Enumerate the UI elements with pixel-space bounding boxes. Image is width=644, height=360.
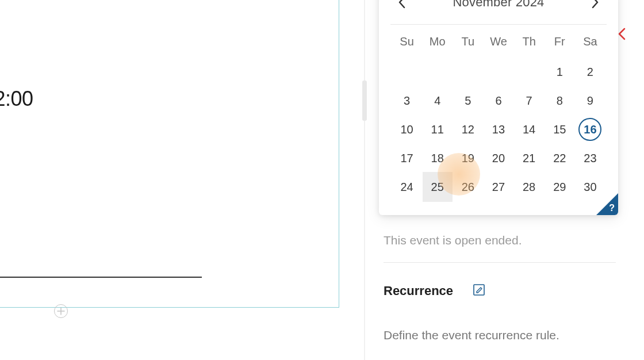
day-number: 15 xyxy=(553,123,566,136)
day-number: 11 xyxy=(431,123,444,136)
day-cell[interactable]: 23 xyxy=(575,144,605,173)
day-empty xyxy=(483,58,513,86)
day-number: 8 xyxy=(557,94,563,108)
recurrence-header: Recurrence xyxy=(384,284,620,298)
day-cell[interactable]: 5 xyxy=(453,86,483,115)
recurrence-description: Define the event recurrence rule. xyxy=(384,328,620,342)
month-year-label: November 2024 xyxy=(453,0,544,10)
day-cell[interactable]: 2 xyxy=(575,58,605,86)
text-underline xyxy=(0,277,202,278)
day-cell[interactable]: 3 xyxy=(392,86,422,115)
dow-label: Su xyxy=(392,30,422,58)
day-empty xyxy=(392,58,422,86)
day-cell[interactable]: 15 xyxy=(545,115,575,144)
day-cell[interactable]: 11 xyxy=(422,115,453,144)
dow-label: Th xyxy=(514,30,545,58)
day-cell[interactable]: 24 xyxy=(392,173,422,201)
day-number: 9 xyxy=(587,94,593,108)
day-cell[interactable]: 9 xyxy=(575,86,605,115)
edit-recurrence-button[interactable] xyxy=(473,284,485,298)
day-number: 23 xyxy=(584,152,596,165)
day-number: 30 xyxy=(584,181,596,194)
panel-divider xyxy=(364,0,365,360)
day-cell[interactable]: 20 xyxy=(483,144,513,173)
day-cell[interactable]: 12 xyxy=(453,115,483,144)
day-cell[interactable]: 27 xyxy=(483,173,513,201)
day-cell[interactable]: 8 xyxy=(545,86,575,115)
day-number: 22 xyxy=(553,152,566,165)
day-number: 4 xyxy=(434,94,440,108)
day-number: 29 xyxy=(553,181,566,194)
dow-label: Sa xyxy=(575,30,605,58)
svg-rect-0 xyxy=(474,285,484,295)
day-number: 12 xyxy=(462,123,474,136)
chevron-left-icon xyxy=(398,0,406,9)
day-cell[interactable]: 14 xyxy=(514,115,545,144)
recurrence-label: Recurrence xyxy=(384,284,453,298)
day-number: 13 xyxy=(492,123,505,136)
content-editor-panel: t 12:00 xyxy=(0,0,339,308)
day-empty xyxy=(422,58,453,86)
dow-label: Mo xyxy=(422,30,453,58)
next-month-button[interactable] xyxy=(587,0,603,10)
day-cell[interactable]: 26 xyxy=(453,173,483,201)
day-number: 10 xyxy=(400,123,413,136)
day-cell[interactable]: 29 xyxy=(545,173,575,201)
day-number: 7 xyxy=(526,94,532,108)
date-picker-header: November 2024 xyxy=(392,0,605,16)
day-number: 25 xyxy=(423,172,453,202)
day-number: 6 xyxy=(495,94,501,108)
day-cell[interactable]: 19 xyxy=(453,144,483,173)
day-number: 19 xyxy=(462,152,474,165)
day-number: 3 xyxy=(404,94,410,108)
day-number: 14 xyxy=(523,123,535,136)
help-icon: ? xyxy=(609,203,615,213)
plus-icon xyxy=(57,307,65,315)
day-cell[interactable]: 4 xyxy=(422,86,453,115)
day-number: 16 xyxy=(578,118,601,141)
day-number: 27 xyxy=(492,181,505,194)
day-cell[interactable]: 13 xyxy=(483,115,513,144)
prev-month-button[interactable] xyxy=(394,0,410,10)
day-number: 2 xyxy=(587,66,593,79)
day-cell[interactable]: 16 xyxy=(575,115,605,144)
day-cell[interactable]: 10 xyxy=(392,115,422,144)
day-empty xyxy=(453,58,483,86)
day-number: 5 xyxy=(465,94,471,108)
chevron-right-icon xyxy=(591,0,599,9)
day-number: 24 xyxy=(400,181,413,194)
dow-label: We xyxy=(483,30,513,58)
day-cell[interactable]: 21 xyxy=(514,144,545,173)
day-cell[interactable]: 22 xyxy=(545,144,575,173)
day-number: 1 xyxy=(557,66,563,79)
dow-label: Fr xyxy=(545,30,575,58)
pencil-square-icon xyxy=(473,284,485,296)
day-cell[interactable]: 28 xyxy=(514,173,545,201)
help-corner[interactable] xyxy=(596,193,618,215)
day-cell[interactable]: 7 xyxy=(514,86,545,115)
section-divider xyxy=(384,262,616,263)
day-number: 21 xyxy=(523,152,535,165)
day-number: 18 xyxy=(431,152,444,165)
date-picker: November 2024 SuMoTuWeThFrSa123456789101… xyxy=(379,0,618,215)
day-empty xyxy=(514,58,545,86)
day-number: 28 xyxy=(523,181,535,194)
day-cell[interactable]: 17 xyxy=(392,144,422,173)
resize-handle[interactable] xyxy=(362,81,367,121)
day-cell[interactable]: 18 xyxy=(422,144,453,173)
day-cell[interactable]: 6 xyxy=(483,86,513,115)
date-picker-grid: SuMoTuWeThFrSa12345678910111213141516171… xyxy=(392,30,605,201)
open-ended-text: This event is open ended. xyxy=(384,233,620,247)
day-number: 17 xyxy=(400,152,413,165)
day-number: 20 xyxy=(492,152,505,165)
day-cell[interactable]: 25 xyxy=(422,173,453,201)
event-time-text: t 12:00 xyxy=(0,87,33,111)
dow-label: Tu xyxy=(453,30,483,58)
day-number: 26 xyxy=(462,181,474,194)
day-cell[interactable]: 1 xyxy=(545,58,575,86)
add-block-button[interactable] xyxy=(54,304,68,318)
date-picker-separator xyxy=(390,24,607,25)
event-settings-sidebar: November 2024 SuMoTuWeThFrSa123456789101… xyxy=(379,0,620,342)
